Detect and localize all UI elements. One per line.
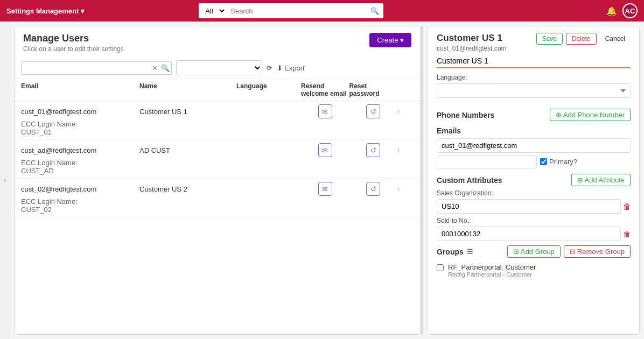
add-phone-icon: ⊕ [556, 111, 562, 119]
add-phone-button[interactable]: ⊕ Add Phone Number [550, 109, 631, 121]
sold-to-label: Sold-to No.: [437, 217, 631, 224]
save-button[interactable]: Save [536, 33, 563, 45]
primary-checkbox[interactable] [540, 158, 547, 165]
customer-email-subtitle: cust_01@redfigtest.com [437, 45, 507, 52]
export-label: Export [284, 64, 305, 72]
language-select[interactable] [437, 83, 631, 98]
row-chevron-icon: › [397, 146, 414, 154]
user-row-main: cust_01@redfigtest.com Customer US 1 ✉ ↺… [21, 104, 414, 118]
add-attribute-button[interactable]: ⊕ Add Attribute [571, 174, 631, 186]
ecc-login-sub: ECC Login Name: CUST_AD [21, 159, 414, 175]
search-button[interactable]: 🔍 [366, 3, 383, 18]
user-email: cust_02@redfigtest.com [21, 185, 139, 193]
add-phone-label: Add Phone Number [563, 111, 625, 119]
table-row[interactable]: cust_01@redfigtest.com Customer US 1 ✉ ↺… [15, 101, 420, 140]
reset-password-button[interactable]: ↺ [366, 182, 380, 196]
add-attribute-label: Add Attribute [585, 176, 625, 184]
search-input[interactable] [226, 3, 366, 18]
right-panel-actions: Save Delete Cancel [536, 33, 631, 45]
row-chevron-icon: › [397, 108, 414, 115]
remove-group-icon: ⊟ [570, 248, 576, 256]
resend-email-cell: ✉ [301, 182, 349, 196]
resend-email-cell: ✉ [301, 104, 349, 118]
left-panel: Manage Users Click on a user to edit the… [14, 26, 421, 335]
email-input[interactable] [437, 138, 631, 153]
ecc-value: CUST_01 [21, 128, 414, 136]
panel-divider[interactable] [421, 26, 423, 335]
row-chevron-icon: › [397, 185, 414, 193]
primary-label-text: Primary? [549, 158, 577, 166]
user-name: Customer US 1 [139, 108, 236, 116]
group-info: RF_Partnerportal_Customer Redfig Partner… [448, 263, 536, 278]
resend-email-cell: ✉ [301, 143, 349, 157]
export-icon: ⬇ [277, 64, 283, 72]
phone-numbers-title: Phone Numbers [437, 111, 494, 119]
ecc-label: ECC Login Name: [21, 120, 414, 128]
emails-title: Emails [437, 126, 461, 135]
search-type-select[interactable]: All [199, 3, 226, 18]
brand-label: Settings Management [6, 7, 79, 15]
page-title: Manage Users [23, 33, 124, 44]
primary-label: Primary? [540, 158, 577, 166]
delete-button[interactable]: Delete [566, 33, 597, 45]
filter-clear-button[interactable]: ✕ [152, 64, 158, 72]
notifications-icon[interactable]: 🔔 [606, 6, 617, 16]
table-row[interactable]: cust_02@redfigtest.com Customer US 2 ✉ ↺… [15, 179, 420, 217]
sold-to-field: 🗑 [437, 227, 631, 241]
table-row[interactable]: cust_ad@redfigtest.com AD CUST ✉ ↺ › ECC… [15, 140, 420, 179]
group-desc: Redfig Partnerportal - Customer [448, 271, 536, 278]
sales-org-input[interactable] [437, 199, 621, 214]
sidebar-toggle[interactable]: › [0, 22, 10, 339]
refresh-button[interactable]: ⟳ [267, 64, 272, 72]
primary-text-input[interactable] [437, 155, 537, 168]
left-panel-title-block: Manage Users Click on a user to edit the… [23, 33, 124, 53]
custom-attributes-title: Custom Attributes [437, 176, 502, 185]
table-header: Email Name Language Resend welcome email… [15, 79, 420, 101]
add-group-button[interactable]: ⊞ Add Group [507, 245, 561, 258]
user-email: cust_01@redfigtest.com [21, 108, 139, 116]
group-checkbox[interactable] [437, 264, 444, 271]
export-button[interactable]: ⬇ Export [277, 64, 305, 72]
main-container: › Manage Users Click on a user to edit t… [0, 22, 644, 339]
create-button-label: Create ▾ [377, 36, 404, 44]
search-wrapper: All 🔍 [199, 3, 383, 18]
resend-email-button[interactable]: ✉ [318, 104, 332, 118]
remove-group-button[interactable]: ⊟ Remove Group [564, 245, 631, 258]
brand[interactable]: Settings Management ▾ [6, 7, 85, 15]
user-name: AD CUST [139, 146, 236, 154]
user-name: Customer US 2 [139, 185, 236, 193]
resend-email-button[interactable]: ✉ [318, 143, 332, 157]
groups-actions: ⊞ Add Group ⊟ Remove Group [507, 245, 631, 258]
customer-name-input[interactable] [437, 54, 631, 68]
col-email: Email [21, 82, 139, 97]
primary-row: Primary? [437, 155, 631, 168]
filter-input[interactable]: redfig [21, 61, 172, 75]
reset-password-cell: ↺ [349, 104, 398, 118]
nav-right: 🔔 AC [606, 3, 638, 18]
filter-search-button[interactable]: 🔍 [161, 64, 170, 72]
right-panel: Customer US 1 cust_01@redfigtest.com Sav… [428, 26, 640, 335]
left-panel-header: Manage Users Click on a user to edit the… [15, 26, 420, 57]
emails-section-header: Emails [437, 126, 631, 135]
top-nav: Settings Management ▾ All 🔍 🔔 AC [0, 0, 644, 22]
groups-title: Groups [437, 248, 464, 256]
sold-to-input[interactable] [437, 227, 621, 241]
avatar[interactable]: AC [622, 3, 638, 18]
resend-email-button[interactable]: ✉ [318, 182, 332, 196]
filter-dropdown[interactable] [176, 60, 262, 75]
create-button[interactable]: Create ▾ [369, 33, 411, 47]
ecc-label: ECC Login Name: [21, 197, 414, 206]
groups-filter-icon[interactable]: ☰ [467, 248, 473, 256]
sales-org-delete-icon[interactable]: 🗑 [623, 202, 631, 211]
ecc-login-sub: ECC Login Name: CUST_01 [21, 120, 414, 136]
sold-to-delete-icon[interactable]: 🗑 [623, 230, 631, 238]
add-attribute-icon: ⊕ [577, 176, 583, 184]
reset-password-button[interactable]: ↺ [366, 143, 380, 157]
cancel-button[interactable]: Cancel [600, 33, 631, 45]
users-table: cust_01@redfigtest.com Customer US 1 ✉ ↺… [15, 101, 420, 334]
reset-password-button[interactable]: ↺ [366, 104, 380, 118]
col-name: Name [139, 82, 236, 97]
add-group-label: Add Group [521, 248, 555, 256]
groups-section-header: Groups ☰ ⊞ Add Group ⊟ Remove Group [437, 245, 631, 258]
add-group-icon: ⊞ [513, 248, 519, 256]
